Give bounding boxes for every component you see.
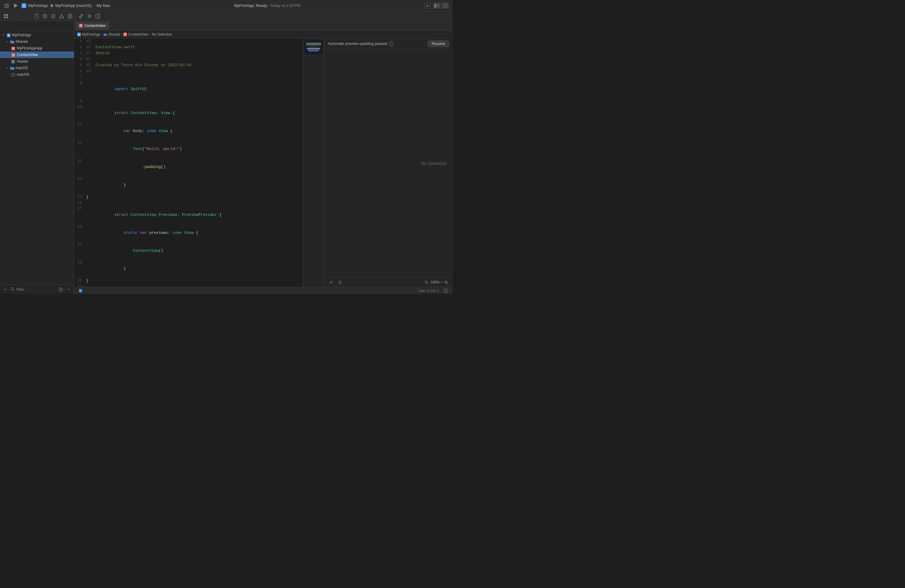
doc-icon[interactable] (67, 13, 74, 20)
svg-line-46 (427, 283, 428, 284)
filter-icon (10, 287, 14, 292)
breadcrumb-file[interactable]: ContentView (128, 32, 148, 37)
sidebar-item-macos-config[interactable]: macOS (0, 71, 74, 78)
add-bottom-button[interactable]: + (65, 286, 71, 292)
tab-contentview[interactable]: ContentView (75, 22, 109, 30)
sidebar-item-assets[interactable]: Assets (0, 58, 74, 65)
breadcrumb-no-selection[interactable]: No Selection (152, 32, 172, 37)
code-line-8: 8 import SwiftUI (74, 80, 303, 98)
breadcrumb: A MyFirstApp › Shared › ContentView › (74, 30, 452, 38)
resume-button[interactable]: Resume (428, 40, 449, 47)
sidebar-item-myfirstappapp[interactable]: MyFirstAppApp (0, 45, 74, 51)
file-icon[interactable] (33, 13, 40, 20)
code-line-18: 18 static var previews: some View { (74, 224, 303, 242)
sidebar-item-macos[interactable]: ▾ macOS (0, 65, 74, 71)
svg-rect-5 (437, 3, 440, 8)
scheme-selector[interactable]: A MyFirstApp 🖥 MyFirstApp (macOS) › My M… (22, 3, 110, 8)
breadcrumb-file-icon (123, 32, 127, 37)
sidebar-item-myfirstapp[interactable]: ▾ A MyFirstApp (0, 32, 74, 38)
code-line-4: 4 // (74, 56, 303, 62)
nav-back-sidebar[interactable]: ‹ (2, 23, 8, 29)
view-toggle-button[interactable] (442, 288, 449, 294)
sidebar-item-label: macOS (16, 66, 28, 70)
status-label: MyFirstApp: Ready | Today at 2:29 PM (234, 3, 300, 8)
sidebar-footer: + Filter + (0, 284, 74, 294)
editor-main: 1 // 2 // ContentView.swift 3 // Shared … (74, 38, 452, 287)
svg-line-36 (13, 289, 14, 291)
breadcrumb-sep-1: › (102, 33, 102, 36)
config-icon (11, 72, 16, 77)
sidebar-item-label: MyFirstAppApp (17, 46, 42, 50)
sidebar-item-label: Shared (16, 40, 27, 44)
svg-point-34 (13, 74, 14, 75)
code-line-6: 6 // (74, 68, 303, 74)
sidebar-item-label: ContentView (17, 53, 38, 57)
code-line-9: 9 (74, 98, 303, 104)
swift-file-icon (11, 52, 16, 57)
folder-icon (10, 40, 14, 44)
zoom-out-button[interactable] (424, 280, 429, 285)
run-button[interactable] (13, 3, 19, 9)
line-col-display: Line: 1 Col: 1 (418, 289, 439, 292)
status-bar: Line: 1 Col: 1 (74, 287, 452, 294)
svg-rect-8 (4, 14, 6, 16)
breadcrumb-project[interactable]: MyFirstApp (82, 32, 100, 37)
zoom-chevron: ▾ (441, 281, 442, 284)
svg-rect-2 (4, 7, 9, 8)
list-icon[interactable] (86, 13, 93, 20)
nav-arrows: ‹ › (2, 23, 14, 29)
sidebar-item-shared[interactable]: ▾ Shared (0, 38, 74, 45)
code-line-10: 10 struct ContentView: View { (74, 104, 303, 122)
pin-button[interactable] (328, 279, 334, 286)
code-line-5: 5 // Created by Teyon Kin Disney on 2022… (74, 62, 303, 68)
svg-rect-0 (4, 4, 9, 5)
link-icon[interactable] (78, 13, 85, 20)
list-view-button[interactable] (337, 279, 343, 286)
editor-area: ContentView A MyFirstApp › Shared › (74, 21, 452, 294)
svg-rect-7 (443, 6, 448, 8)
code-line-17: 17 struct ContentView_Previews: PreviewP… (74, 206, 303, 224)
svg-text:A: A (8, 34, 10, 37)
svg-text:!: ! (61, 15, 62, 18)
view-btn-2[interactable] (442, 3, 449, 9)
code-editor[interactable]: 1 // 2 // ContentView.swift 3 // Shared … (74, 38, 303, 287)
add-tab-button[interactable]: + (424, 3, 430, 9)
preview-header: Automatic preview updating paused i Resu… (324, 38, 452, 49)
nav-back-button[interactable]: ‹ (13, 13, 21, 20)
folder-icon (10, 66, 14, 70)
history-button[interactable] (58, 286, 64, 292)
sidebar-item-label: Assets (17, 59, 28, 64)
breadcrumb-shared[interactable]: Shared (108, 32, 120, 37)
code-line-2: 2 // ContentView.swift (74, 44, 303, 50)
breadcrumb-shared-icon (103, 32, 107, 37)
svg-rect-30 (12, 60, 13, 62)
sidebar-toggle-button[interactable] (3, 3, 10, 9)
history-icon[interactable] (41, 13, 49, 20)
code-line-13: 13 .padding() (74, 158, 303, 176)
preview-status-text: Automatic preview updating paused i (328, 41, 394, 46)
sidebar-item-contentview[interactable]: ContentView (0, 51, 74, 58)
code-line-1: 1 // (74, 38, 303, 44)
scheme-icon: A (22, 3, 26, 8)
sidebar-item-label: macOS (17, 72, 29, 77)
svg-rect-4 (434, 3, 436, 8)
add-file-button[interactable]: + (2, 286, 8, 292)
code-line-12: 12 Text("Hello, world!") (74, 140, 303, 158)
warning-icon[interactable]: ! (58, 13, 65, 20)
secondary-toolbar: ‹ › i ! (0, 11, 452, 21)
chevron-icon: ▾ (6, 40, 9, 43)
swift-icon (11, 46, 16, 51)
mini-preview-canvas[interactable] (304, 40, 323, 54)
code-line-7: 7 (74, 74, 303, 80)
nav-forward-sidebar[interactable]: › (8, 23, 14, 29)
info-icon[interactable]: i (50, 13, 57, 20)
status-indicator (79, 289, 82, 292)
arrow-icon: › (94, 3, 95, 8)
split-view-icon[interactable] (94, 13, 102, 20)
nav-forward-button[interactable]: › (22, 13, 29, 20)
grid-view-icon[interactable] (2, 13, 10, 20)
view-btn-1[interactable] (433, 3, 441, 9)
preview-info-icon[interactable]: i (389, 41, 394, 46)
filter-text: Filter (16, 288, 24, 292)
zoom-in-button[interactable] (443, 280, 449, 285)
